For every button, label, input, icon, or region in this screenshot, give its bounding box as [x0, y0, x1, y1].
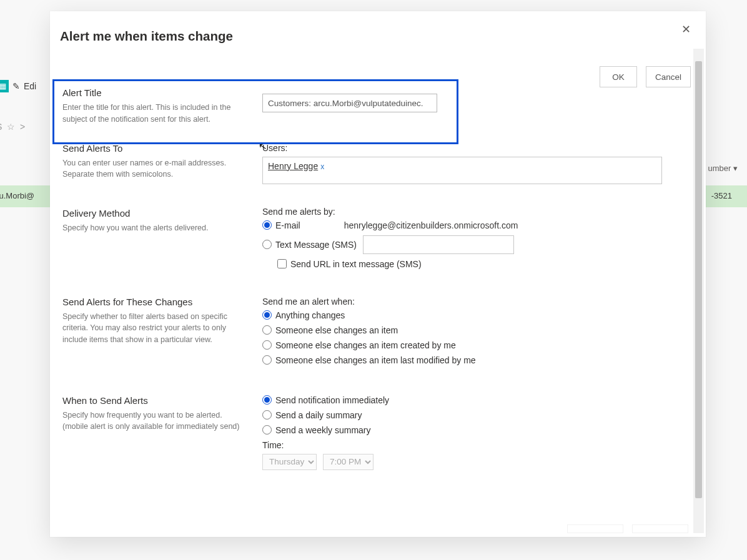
- delivery-desc: Specify how you want the alerts delivere…: [62, 222, 247, 234]
- delivery-email-radio[interactable]: [262, 220, 272, 230]
- when-day-select[interactable]: Thursday: [262, 454, 317, 470]
- bg-star-hint: S ☆ >: [0, 122, 26, 132]
- bg-command-bar: ▦ ✎ Edi: [0, 79, 36, 94]
- delivery-email-label: E-mail: [275, 220, 300, 230]
- scrollbar-thumb[interactable]: [695, 61, 702, 498]
- delivery-email-address: henrylegge@citizenbuilders.onmicrosoft.c…: [344, 220, 518, 230]
- user-chip[interactable]: Henry Legge: [268, 161, 318, 171]
- when-desc: Specify how frequently you want to be al…: [62, 410, 247, 433]
- send-to-desc: You can enter user names or e-mail addre…: [62, 157, 247, 181]
- delivery-sms-url-checkbox[interactable]: [277, 259, 287, 268]
- change-type-label: Send me an alert when:: [262, 297, 662, 307]
- change-type-heading: Send Alerts for These Changes: [62, 297, 247, 307]
- change-other-created-label: Someone else changes an item created by …: [275, 340, 456, 350]
- alert-dialog: ✕ Alert me when items change OK Cancel A…: [50, 11, 706, 537]
- bg-edit-label: Edi: [24, 81, 36, 91]
- delivery-sms-label: Text Message (SMS): [275, 240, 357, 250]
- bg-title-cell: cu.Morbi@: [0, 191, 34, 202]
- delivery-heading: Delivery Method: [62, 208, 247, 219]
- delivery-sms-input[interactable]: [363, 235, 514, 254]
- users-label: Users:: [262, 143, 662, 153]
- change-any-label: Anything changes: [275, 310, 345, 320]
- delivery-label: Send me alerts by:: [262, 207, 662, 217]
- edit-icon: ✎: [12, 81, 20, 91]
- dialog-title: Alert me when items change: [60, 29, 233, 44]
- cancel-button[interactable]: Cancel: [646, 66, 691, 87]
- change-any-radio[interactable]: [262, 310, 272, 320]
- delivery-sms-radio[interactable]: [262, 240, 272, 249]
- user-remove-icon[interactable]: x: [320, 162, 324, 171]
- when-daily-label: Send a daily summary: [275, 410, 362, 420]
- when-daily-radio[interactable]: [262, 410, 272, 420]
- when-weekly-radio[interactable]: [262, 425, 272, 435]
- change-other-modified-radio[interactable]: [262, 355, 272, 365]
- users-input[interactable]: Henry Leggex: [262, 157, 662, 184]
- when-weekly-label: Send a weekly summary: [275, 425, 371, 435]
- time-label: Time:: [262, 440, 662, 450]
- change-type-desc: Specify whether to filter alerts based o…: [62, 311, 247, 346]
- alert-title-desc: Enter the title for this alert. This is …: [62, 102, 247, 125]
- when-hour-select[interactable]: 7:00 PM: [323, 454, 374, 470]
- change-other-modified-label: Someone else changes an item last modifi…: [275, 355, 476, 365]
- ok-button[interactable]: OK: [600, 66, 637, 87]
- dialog-bottom-buttons-hint: . .: [567, 524, 688, 533]
- send-to-heading: Send Alerts To: [62, 143, 247, 154]
- bg-col-number: umber ▾: [708, 164, 738, 173]
- dialog-top-buttons: OK Cancel: [600, 66, 691, 87]
- when-heading: When to Send Alerts: [62, 395, 247, 406]
- close-icon[interactable]: ✕: [681, 24, 691, 35]
- when-immediate-label: Send notification immediately: [275, 395, 389, 405]
- grid-icon: ▦: [0, 80, 9, 92]
- change-other-label: Someone else changes an item: [275, 325, 398, 335]
- when-immediate-radio[interactable]: [262, 395, 272, 405]
- alert-title-input[interactable]: [262, 94, 437, 112]
- change-other-created-radio[interactable]: [262, 340, 272, 350]
- delivery-sms-url-label: Send URL in text message (SMS): [290, 259, 422, 269]
- change-other-radio[interactable]: [262, 325, 272, 335]
- bg-number-cell: -3521: [711, 191, 732, 200]
- scrollbar-track[interactable]: [693, 49, 704, 533]
- alert-title-heading: Alert Title: [62, 87, 247, 98]
